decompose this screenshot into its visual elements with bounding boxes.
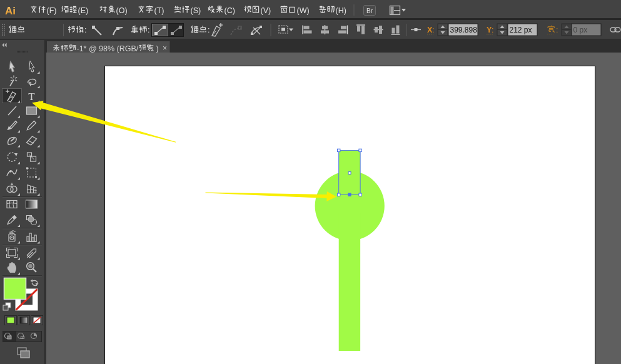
svg-text:399.898: 399.898 — [450, 26, 478, 34]
svg-text::: : — [556, 26, 558, 34]
svg-text::: : — [432, 26, 434, 34]
svg-text::: : — [84, 26, 86, 34]
svg-text:×: × — [163, 44, 167, 53]
svg-text:(S): (S) — [191, 6, 201, 15]
svg-text:T: T — [28, 91, 35, 103]
svg-text:(F): (F) — [47, 6, 57, 15]
svg-text:(H): (H) — [336, 6, 346, 15]
svg-text:Br: Br — [366, 8, 373, 14]
svg-text:Ai: Ai — [5, 5, 16, 17]
svg-text:(T): (T) — [154, 6, 164, 15]
svg-text:(E): (E) — [78, 6, 89, 15]
svg-text:0 px: 0 px — [573, 26, 588, 34]
svg-text:-1* @ 98% (RGB/: -1* @ 98% (RGB/ — [77, 44, 139, 53]
svg-text:(V): (V) — [261, 6, 271, 15]
svg-text:(O): (O) — [116, 6, 128, 15]
svg-text:(W): (W) — [297, 6, 310, 15]
svg-text::: : — [208, 26, 210, 34]
svg-text::: : — [492, 26, 493, 34]
svg-text::: : — [148, 26, 149, 34]
svg-text:212 px: 212 px — [510, 26, 532, 34]
svg-text:): ) — [156, 44, 159, 53]
svg-text:(C): (C) — [225, 6, 235, 15]
